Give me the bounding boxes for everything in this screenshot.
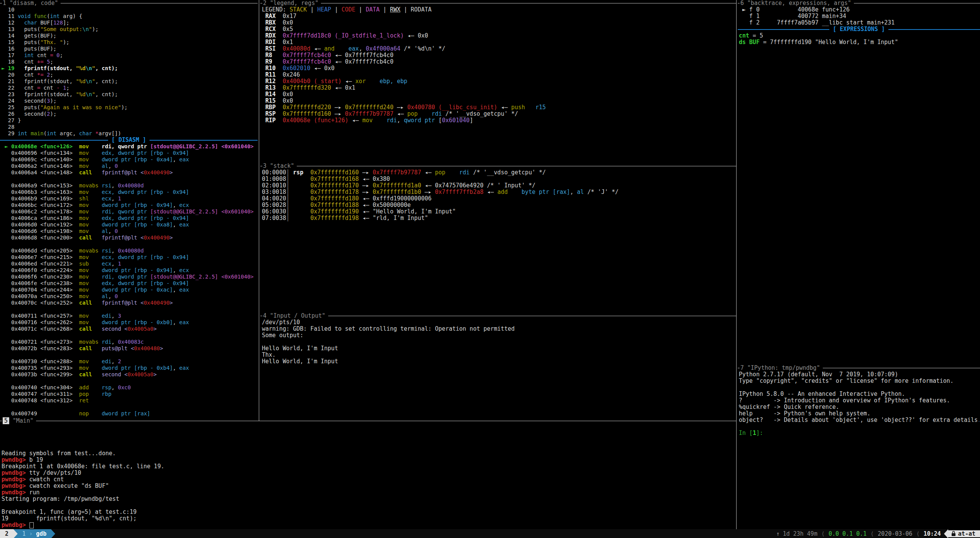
pane-separator-stack[interactable]: 3"stack" <box>260 163 736 169</box>
source-code-view[interactable]: 10 11 void func(int arg) { 12 char BUF[1… <box>2 7 258 137</box>
term-line: 0x4006f0 <func+224> mov dword ptr [rbp -… <box>2 267 258 274</box>
pane-title-backtrace: 6"backtrace, expressions, args" <box>740 0 854 7</box>
term-line: 0x40071c <func+268> call second <0x4005a… <box>2 326 258 332</box>
term-line: Starting program: /tmp/pwndbg/test <box>2 496 735 502</box>
term-line: RCX 0x5 <box>262 26 735 33</box>
disasm-section-separator: [ DISASM ] <box>0 137 258 143</box>
hostname-text: at-at <box>958 530 975 537</box>
term-line: RIP 0x40068e (func+126) ◂— mov rdi, qwor… <box>262 117 735 124</box>
pane-name: "IPython: tmp/pwndbg" <box>747 364 820 371</box>
term-line <box>2 332 258 339</box>
gdb-console[interactable]: Reading symbols from test...done.pwndbg>… <box>2 424 735 528</box>
term-line: pwndbg> tty /dev/pts/10 <box>2 470 735 476</box>
term-line: 0x4006b3 <func+163> mov ecx, dword ptr [… <box>2 189 258 195</box>
term-line <box>2 241 258 248</box>
stack-view[interactable]: 00:0000│ rsp 0x7fffffffd160 —▸ 0x7ffff7b… <box>262 169 735 221</box>
chevron-left-icon: ⟨ <box>821 530 825 537</box>
pane-border-vertical-right[interactable] <box>736 0 737 529</box>
term-line <box>2 502 735 509</box>
program-io-view[interactable]: /dev/pts/10warning: GDB: Failed to set c… <box>262 319 735 365</box>
pane-border-vertical-left[interactable] <box>259 0 259 421</box>
pane-separator-ipython[interactable]: 7"IPython: tmp/pwndbg" <box>738 365 980 371</box>
term-line <box>2 306 258 313</box>
term-line: pwndbg> run <box>2 489 735 496</box>
session-indicator[interactable]: 2 <box>0 529 13 538</box>
ipython-console[interactable]: Python 2.7.17 (default, Nov 7 2019, 10:0… <box>739 371 979 436</box>
term-line: 0x4006ed <func+221> sub ecx, 1 <box>2 261 258 267</box>
term-line: 15 puts("Thx. "); <box>2 39 258 46</box>
term-line: 0x4006d8 <func+200> call fprintf@plt <0x… <box>2 235 258 241</box>
pane-separator-io[interactable]: 4"Input / Output" <box>260 313 736 319</box>
term-line: ► 0x40068e <func+126> mov rdi, qword ptr… <box>2 143 258 150</box>
tmux-terminal: 1"disasm, code" 2"legend, regs" 6"backtr… <box>0 0 980 538</box>
disassembly-view[interactable]: ► 0x40068e <func+126> mov rdi, qword ptr… <box>2 143 258 417</box>
term-line: 12 char BUF[128]; <box>2 20 258 26</box>
term-line <box>2 424 735 431</box>
registers-view[interactable]: LEGEND: STACK | HEAP | CODE | DATA | RWX… <box>262 7 735 124</box>
hostname-segment: at-at <box>948 530 980 537</box>
term-line: 18 cnt += 5; <box>2 59 258 65</box>
term-line: ds BUF = 7fffffffd190 "Hello World, I'm … <box>739 39 979 46</box>
term-line: 06:0030│ 0x7fffffffd190 ◂— "Hello World,… <box>262 208 735 215</box>
pane-separator-legend-regs[interactable]: 2"legend, regs" <box>260 0 736 7</box>
pane-title-main: 5"Main" <box>2 418 36 424</box>
term-line: Python 2.7.17 (default, Nov 7 2019, 10:0… <box>739 371 979 378</box>
pane-number: 2 <box>263 0 266 7</box>
term-line: f 2 7ffff7a05b97 __libc_start_main+231 <box>739 20 979 26</box>
pane-separator-backtrace[interactable]: 6"backtrace, expressions, args" <box>738 0 980 7</box>
term-line: RDX 0x7ffff7dd18c0 (_IO_stdfile_1_lock) … <box>262 33 735 39</box>
term-line: 21 fprintf(stdout, "%d\n", cnt); <box>2 78 258 85</box>
window-index: 1 <box>22 530 26 537</box>
pane-title-disasm-code: 1"disasm, code" <box>2 0 61 7</box>
term-line: R13 0x7fffffffd320 ◂— 0x1 <box>262 85 735 91</box>
term-line: Breakpoint 1, func (arg=5) at test.c:19 <box>2 509 735 515</box>
chevron-right-icon: › <box>29 530 33 537</box>
term-line: RDI 0x1 <box>262 39 735 46</box>
term-line: RSI 0x40080d ◂— and eax, 0x4f000a64 /* '… <box>262 46 735 52</box>
pane-title-ipython: 7"IPython: tmp/pwndbg" <box>740 365 823 371</box>
term-line: object? -> Details about 'object', use '… <box>739 417 979 423</box>
pane-separator-disasm-code[interactable]: 1"disasm, code" <box>0 0 258 7</box>
disasm-section-label: [ DISASM ] <box>108 136 150 143</box>
date-text: 2020-03-06 <box>878 530 912 537</box>
term-line: 0x4006a9 <func+153> movabs rsi, 0x40080d <box>2 182 258 189</box>
term-line: 19 fprintf(stdout, "%d\n", cnt); <box>2 515 735 522</box>
term-line: RSP 0x7fffffffd160 —▸ 0x7ffff7b97787 ◂— … <box>262 111 735 117</box>
pane-name: "stack" <box>270 162 294 169</box>
term-line: 0x40073b <func+299> call second <0x4005a… <box>2 371 258 378</box>
window-name: gdb <box>36 530 46 537</box>
term-line: RBP 0x7fffffffd220 —▸ 0x7fffffffd240 —▸ … <box>262 104 735 111</box>
active-pane-number: 5 <box>3 417 9 424</box>
window-tab-gdb[interactable]: 1 › gdb <box>18 529 51 538</box>
term-line <box>739 423 979 430</box>
term-line: 0x4006d0 <func+192> mov dword ptr [rbp -… <box>2 221 258 228</box>
status-bar-right: ↑ 1d 23h 49m ⟨ 0.0 0.1 0.1 ⟨ 2020-03-06 … <box>776 529 980 538</box>
term-line: 24 second(3); <box>2 98 258 104</box>
expressions-view[interactable]: cnt = 5ds BUF = 7fffffffd190 "Hello Worl… <box>739 33 979 46</box>
pane-name: "disasm, code" <box>10 0 58 7</box>
term-line: 0x4006d6 <func+198> mov al, 0 <box>2 228 258 235</box>
pane-number: 4 <box>263 312 266 319</box>
term-line: R8 0x7ffff7fcb4c0 ◂— 0x7ffff7fcb4c0 <box>262 52 735 59</box>
expressions-section-label: [ EXPRESSIONS ] <box>829 26 888 33</box>
term-line: 04:0020│ 0x7fffffffd180 ◂— 0xfffd1900000… <box>262 195 735 202</box>
term-line <box>2 431 735 437</box>
expressions-section-separator: [ EXPRESSIONS ] <box>738 26 980 33</box>
term-line: 0x4006e7 <func+215> mov ecx, dword ptr [… <box>2 254 258 261</box>
term-line: 0x4006dd <func+205> movabs rsi, 0x40080d <box>2 248 258 254</box>
pane-number: 7 <box>740 364 744 371</box>
term-line: 0x400704 <func+244> mov dword ptr [rbp -… <box>2 287 258 293</box>
term-line: 02:0010│ 0x7fffffffd170 —▸ 0x7fffffffd1a… <box>262 182 735 189</box>
term-line: pwndbg> <box>2 522 735 528</box>
term-line: 0x40069c <func+140> mov dword ptr [rbp -… <box>2 156 258 163</box>
term-line: ► 19 fprintf(stdout, "%d\n", cnt); <box>2 65 258 72</box>
term-line <box>2 404 258 410</box>
term-line: 23 fprintf(stdout, "%d\n", cnt); <box>2 91 258 98</box>
backtrace-view[interactable]: ► f 0 40068e func+126 f 1 400772 main+34… <box>739 7 979 26</box>
term-line: R15 0x0 <box>262 98 735 104</box>
term-line: Breakpoint 1 at 0x40068e: file test.c, l… <box>2 463 735 470</box>
pane-separator-main[interactable]: 5"Main" <box>0 418 736 424</box>
term-line: R12 0x4004b0 (_start) ◂— xor ebp, ebp <box>262 78 735 85</box>
term-line: 0x4006f6 <func+230> mov rdi, qword ptr [… <box>2 274 258 280</box>
term-line: Thx. <box>262 352 735 358</box>
